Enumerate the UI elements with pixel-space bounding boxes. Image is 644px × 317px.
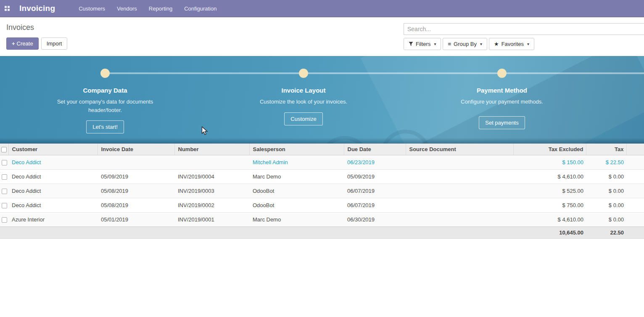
cell-number[interactable]: INV/2019/0004: [174, 170, 249, 184]
filters-button[interactable]: Filters ▾: [404, 38, 441, 50]
cell-tax[interactable]: $ 0.00: [586, 184, 626, 198]
invoice-table: Customer Invoice Date Number Salesperson…: [0, 144, 644, 239]
menu-vendors[interactable]: Vendors: [111, 0, 143, 17]
cell-tax-excluded[interactable]: $ 750.00: [513, 198, 586, 213]
cell-salesperson[interactable]: Marc Demo: [249, 170, 344, 184]
cell-number[interactable]: INV/2019/0001: [174, 213, 249, 227]
column-header-source-document[interactable]: Source Document: [406, 144, 513, 155]
cell-invoice-date[interactable]: 05/08/2019: [98, 184, 174, 198]
apps-menu-button[interactable]: [0, 0, 14, 17]
cell-number[interactable]: INV/2019/0003: [174, 184, 249, 198]
column-header-tax-excluded[interactable]: Tax Excluded: [513, 144, 586, 155]
filter-funnel-icon: [409, 42, 413, 46]
cell-due-date[interactable]: 05/09/2019: [344, 170, 406, 184]
menu-configuration[interactable]: Configuration: [178, 0, 222, 17]
cell-tax[interactable]: $ 0.00: [586, 198, 626, 213]
column-header-customer[interactable]: Customer: [8, 144, 98, 155]
cell-invoice-date[interactable]: 05/09/2019: [98, 170, 174, 184]
cell-tax-excluded[interactable]: $ 525.00: [513, 184, 586, 198]
cell-due-date[interactable]: 06/30/2019: [344, 213, 406, 227]
lets-start-button[interactable]: Let's start!: [86, 120, 124, 133]
table-row[interactable]: Deco Addict Mitchell Admin 06/23/2019 $ …: [0, 155, 644, 170]
cell-tax[interactable]: $ 22.50: [586, 155, 626, 170]
onboarding-step-invoice-layout: Invoice Layout Customize the look of you…: [204, 56, 403, 125]
search-input[interactable]: [404, 23, 644, 35]
select-all-checkbox[interactable]: [1, 147, 7, 152]
cell-customer[interactable]: Deco Addict: [8, 184, 98, 198]
import-button[interactable]: Import: [41, 37, 68, 50]
cell-invoice-date[interactable]: 05/08/2019: [98, 198, 174, 213]
cell-invoice-date[interactable]: [98, 155, 174, 170]
table-row[interactable]: Deco Addict 05/08/2019 INV/2019/0003 Odo…: [0, 184, 644, 198]
step-marker-icon: [299, 69, 308, 78]
favorites-button[interactable]: ★ Favorites ▾: [489, 38, 534, 50]
step-marker-icon: [100, 69, 110, 78]
caret-down-icon: ▾: [527, 41, 529, 47]
cell-customer[interactable]: Deco Addict: [8, 198, 98, 213]
column-header-tax[interactable]: Tax: [586, 144, 626, 155]
onboarding-step-payment-method: Payment Method Configure your payment me…: [403, 56, 601, 129]
cell-tax-excluded[interactable]: $ 4,610.00: [513, 213, 586, 227]
step-description: Customize the look of your invoices.: [255, 98, 352, 106]
table-header-row: Customer Invoice Date Number Salesperson…: [0, 144, 644, 155]
customize-button[interactable]: Customize: [284, 112, 322, 125]
cell-number[interactable]: INV/2019/0002: [174, 198, 249, 213]
cell-tax-excluded[interactable]: $ 150.00: [513, 155, 586, 170]
row-checkbox[interactable]: [2, 189, 7, 194]
cell-customer[interactable]: Deco Addict: [8, 170, 98, 184]
total-tax: 22.50: [586, 227, 626, 239]
cell-tax[interactable]: $ 0.00: [586, 213, 626, 227]
cell-source-document[interactable]: [406, 213, 513, 227]
page-title: Invoices: [6, 23, 67, 32]
cell-salesperson[interactable]: OdooBot: [249, 184, 344, 198]
table-row[interactable]: Deco Addict 05/08/2019 INV/2019/0002 Odo…: [0, 198, 644, 213]
step-title: Payment Method: [403, 87, 601, 94]
table-footer-row: 10,645.00 22.50: [0, 227, 644, 239]
column-header-invoice-date[interactable]: Invoice Date: [98, 144, 174, 155]
row-checkbox[interactable]: [2, 174, 7, 180]
cell-due-date[interactable]: 06/07/2019: [344, 198, 406, 213]
column-header-due-date[interactable]: Due Date: [344, 144, 406, 155]
column-header-spacer: [626, 144, 644, 155]
set-payments-button[interactable]: Set payments: [479, 116, 525, 129]
cell-due-date[interactable]: 06/23/2019: [344, 155, 406, 170]
plus-icon: +: [12, 40, 15, 47]
step-title: Company Data: [6, 87, 204, 94]
step-description: Configure your payment methods.: [453, 98, 551, 106]
cell-salesperson[interactable]: OdooBot: [249, 198, 344, 213]
column-header-salesperson[interactable]: Salesperson: [249, 144, 344, 155]
cell-salesperson[interactable]: Marc Demo: [249, 213, 344, 227]
invoice-table-body: Deco Addict Mitchell Admin 06/23/2019 $ …: [0, 155, 644, 227]
group-by-button[interactable]: ≡ Group By ▾: [443, 38, 487, 50]
app-brand[interactable]: Invoicing: [19, 4, 55, 13]
cell-source-document[interactable]: [406, 198, 513, 213]
cell-invoice-date[interactable]: 05/01/2019: [98, 213, 174, 227]
cell-tax[interactable]: $ 0.00: [586, 170, 626, 184]
create-button[interactable]: +Create: [6, 37, 39, 50]
cell-salesperson[interactable]: Mitchell Admin: [249, 155, 344, 170]
row-checkbox[interactable]: [2, 203, 7, 208]
step-description: Set your company's data for documents he…: [56, 98, 154, 114]
cell-customer[interactable]: Azure Interior: [8, 213, 98, 227]
control-panel: Invoices +Create Import Filters ▾ ≡ Grou…: [0, 17, 644, 56]
table-row[interactable]: Deco Addict 05/09/2019 INV/2019/0004 Mar…: [0, 170, 644, 184]
cell-due-date[interactable]: 06/07/2019: [344, 184, 406, 198]
step-marker-icon: [497, 69, 507, 78]
glasses-decor-icon: [319, 136, 370, 144]
menu-reporting[interactable]: Reporting: [143, 0, 178, 17]
cell-tax-excluded[interactable]: $ 4,610.00: [513, 170, 586, 184]
cell-source-document[interactable]: [406, 155, 513, 170]
row-checkbox[interactable]: [2, 217, 7, 223]
cell-customer[interactable]: Deco Addict: [8, 155, 98, 170]
star-icon: ★: [494, 41, 499, 47]
cell-source-document[interactable]: [406, 170, 513, 184]
onboarding-banner: Company Data Set your company's data for…: [0, 56, 644, 144]
column-header-number[interactable]: Number: [174, 144, 249, 155]
apps-grid-icon: [5, 6, 10, 11]
row-checkbox[interactable]: [2, 160, 7, 165]
caret-down-icon: ▾: [434, 41, 436, 47]
cell-number[interactable]: [174, 155, 249, 170]
menu-customers[interactable]: Customers: [73, 0, 111, 17]
cell-source-document[interactable]: [406, 184, 513, 198]
table-row[interactable]: Azure Interior 05/01/2019 INV/2019/0001 …: [0, 213, 644, 227]
